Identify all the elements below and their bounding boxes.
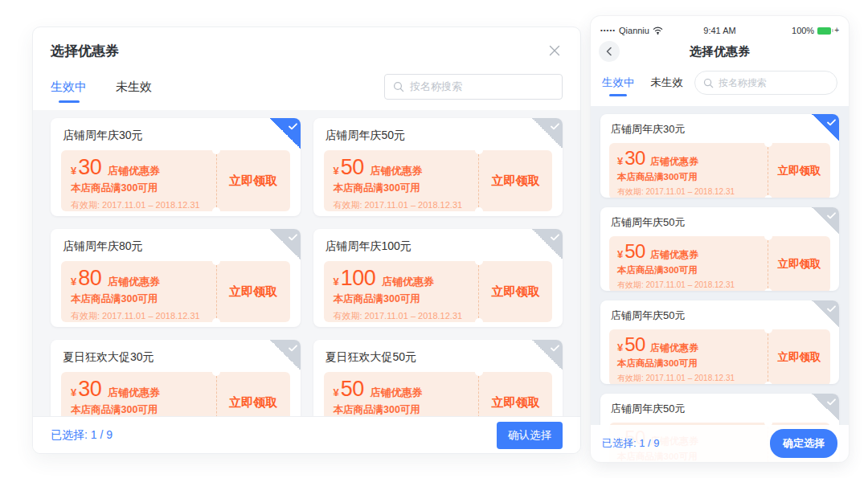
coupon-type-label: 店铺优惠券 (650, 341, 698, 355)
modal-header: 选择优惠券 (33, 27, 580, 60)
close-icon[interactable] (545, 41, 564, 60)
search-icon (703, 78, 714, 88)
checkmark-corner-icon (532, 340, 563, 370)
coupon-amount: 30 (78, 378, 101, 400)
claim-button[interactable]: 立即领取 (768, 143, 830, 198)
coupon-validity: 有效期: 2017.11.01 – 2018.12.31 (71, 199, 207, 211)
status-left: ••••• Qianniu (600, 26, 663, 35)
coupon-card[interactable]: 店铺周年庆30元 ¥ 30 店铺优惠券 本店商品满300可用 有效期: 2017… (51, 118, 301, 216)
close-x-glyph (548, 44, 561, 57)
claim-label: 立即领取 (492, 284, 540, 300)
coupon-info: ¥ 50 店铺优惠券 本店商品满300可用 有效期: 2017.11.01 – … (324, 150, 479, 211)
currency-symbol: ¥ (617, 248, 623, 260)
tab-active-coupons[interactable]: 生效中 (51, 80, 87, 95)
claim-label: 立即领取 (778, 257, 821, 272)
coupon-amount: 50 (341, 378, 364, 400)
coupon-condition: 本店商品满300可用 (334, 403, 469, 416)
ticket-notch (475, 207, 483, 215)
coupon-title: 店铺周年庆50元 (611, 215, 830, 230)
tab-bar: 生效中 未生效 (51, 80, 152, 95)
confirm-selection-button[interactable]: 确认选择 (497, 422, 563, 449)
coupon-card[interactable]: 店铺周年庆50元 ¥ 50 店铺优惠券 本店商品满300可用 有效期: 2017… (600, 300, 839, 384)
claim-button[interactable]: 立即领取 (478, 150, 552, 211)
coupon-info: ¥ 30 店铺优惠券 本店商品满300可用 有效期: 2017.11.01 – … (61, 372, 216, 416)
tab-inactive-coupons[interactable]: 未生效 (116, 80, 152, 95)
coupon-condition: 本店商品满300可用 (334, 292, 469, 306)
ticket-notch (212, 318, 220, 326)
coupon-condition: 本店商品满300可用 (334, 182, 469, 195)
confirm-selection-button[interactable]: 确定选择 (770, 429, 837, 458)
battery-percent: 100% (792, 26, 814, 35)
currency-symbol: ¥ (617, 155, 623, 167)
coupon-ticket: ¥ 50 店铺优惠券 本店商品满300可用 有效期: 2017.11.01 – … (324, 372, 553, 416)
search-input[interactable]: 按名称搜索 (384, 74, 563, 100)
checkmark-corner-icon (270, 118, 301, 149)
coupon-info: ¥ 30 店铺优惠券 本店商品满300可用 有效期: 2017.11.01 – … (609, 143, 768, 198)
coupon-card[interactable]: 店铺周年庆50元 ¥ 50 店铺优惠券 本店商品满300可用 有效期: 2017… (313, 118, 563, 216)
coupon-amount: 30 (624, 149, 645, 168)
charging-icon: + (834, 27, 839, 35)
coupon-condition: 本店商品满300可用 (71, 292, 207, 306)
ticket-notch (212, 368, 220, 376)
coupon-type-label: 店铺优惠券 (108, 164, 160, 178)
coupon-title: 店铺周年庆80元 (63, 239, 290, 254)
carrier-label: Qianniu (619, 26, 649, 35)
claim-button[interactable]: 立即领取 (216, 150, 290, 211)
coupon-condition: 本店商品满300可用 (617, 264, 760, 276)
coupon-amount: 50 (624, 335, 645, 354)
search-icon (393, 81, 404, 92)
coupon-info: ¥ 30 店铺优惠券 本店商品满300可用 有效期: 2017.11.01 – … (61, 150, 216, 211)
coupon-info: ¥ 50 店铺优惠券 本店商品满300可用 有效期: 2017.11.01 – … (324, 372, 479, 416)
coupon-ticket: ¥ 50 店铺优惠券 本店商品满300可用 有效期: 2017.11.01 – … (609, 236, 830, 291)
ticket-notch (212, 146, 220, 154)
coupon-card[interactable]: 店铺周年庆80元 ¥ 80 店铺优惠券 本店商品满300可用 有效期: 2017… (51, 229, 301, 327)
search-input[interactable]: 按名称搜索 (694, 71, 837, 95)
checkmark-corner-icon (812, 114, 839, 141)
back-button[interactable] (599, 41, 620, 62)
coupon-grid: 店铺周年庆30元 ¥ 30 店铺优惠券 本店商品满300可用 有效期: 2017… (33, 110, 580, 416)
coupon-picker-modal: 选择优惠券 生效中 未生效 按名称搜索 店铺周年庆30元 (32, 27, 581, 454)
tab-inactive-coupons[interactable]: 未生效 (651, 76, 684, 90)
coupon-amount: 100 (341, 268, 376, 289)
coupon-ticket: ¥ 30 店铺优惠券 本店商品满300可用 有效期: 2017.11.01 – … (609, 143, 830, 198)
coupon-card[interactable]: 夏日狂欢大促30元 ¥ 30 店铺优惠券 本店商品满300可用 有效期: 201… (51, 340, 301, 416)
coupon-title: 夏日狂欢大促30元 (63, 350, 290, 365)
search-placeholder: 按名称搜索 (410, 80, 462, 94)
claim-label: 立即领取 (492, 174, 540, 189)
claim-button[interactable]: 立即领取 (768, 329, 830, 384)
coupon-title: 店铺周年庆50元 (611, 308, 830, 323)
claim-button[interactable]: 立即领取 (478, 261, 552, 322)
coupon-info: ¥ 50 店铺优惠券 本店商品满300可用 有效期: 2017.11.01 – … (609, 329, 768, 384)
claim-label: 立即领取 (229, 284, 277, 300)
search-placeholder: 按名称搜索 (719, 76, 767, 90)
claim-button[interactable]: 立即领取 (768, 236, 830, 291)
claim-button[interactable]: 立即领取 (216, 372, 290, 416)
claim-label: 立即领取 (492, 395, 540, 411)
claim-label: 立即领取 (229, 174, 277, 189)
claim-button[interactable]: 立即领取 (216, 261, 290, 322)
coupon-validity: 有效期: 2017.11.01 – 2018.12.31 (71, 310, 207, 322)
coupon-card[interactable]: 店铺周年庆30元 ¥ 30 店铺优惠券 本店商品满300可用 有效期: 2017… (600, 114, 839, 198)
tab-active-coupons[interactable]: 生效中 (602, 76, 635, 90)
coupon-type-label: 店铺优惠券 (108, 275, 160, 289)
coupon-condition: 本店商品满300可用 (617, 171, 760, 183)
ticket-notch (764, 288, 772, 291)
coupon-card[interactable]: 夏日狂欢大促50元 ¥ 50 店铺优惠券 本店商品满300可用 有效期: 201… (313, 340, 563, 416)
coupon-type-label: 店铺优惠券 (371, 164, 423, 178)
coupon-title: 店铺周年庆50元 (611, 402, 830, 416)
coupon-card[interactable]: 店铺周年庆100元 ¥ 100 店铺优惠券 本店商品满300可用 有效期: 20… (313, 229, 563, 327)
coupon-type-label: 店铺优惠券 (108, 386, 160, 400)
coupon-card[interactable]: 店铺周年庆50元 ¥ 50 店铺优惠券 本店商品满300可用 有效期: 2017… (600, 207, 839, 291)
mobile-toolbar: 生效中 未生效 按名称搜索 (591, 66, 849, 106)
coupon-condition: 本店商品满300可用 (71, 182, 207, 195)
coupon-title: 店铺周年庆30元 (63, 129, 290, 143)
checkmark-corner-icon (532, 118, 563, 149)
mobile-tab-bar: 生效中 未生效 (602, 76, 683, 90)
currency-symbol: ¥ (334, 276, 339, 288)
modal-footer: 已选择: 1 / 9 确认选择 (33, 416, 580, 453)
coupon-condition: 本店商品满300可用 (617, 357, 760, 370)
mobile-coupon-picker: ••••• Qianniu 9:41 AM 100% + 选择优惠券 生效中 (591, 16, 849, 462)
coupon-info: ¥ 100 店铺优惠券 本店商品满300可用 有效期: 2017.11.01 –… (324, 261, 479, 322)
claim-button[interactable]: 立即领取 (478, 372, 552, 416)
checkmark-corner-icon (532, 229, 563, 259)
